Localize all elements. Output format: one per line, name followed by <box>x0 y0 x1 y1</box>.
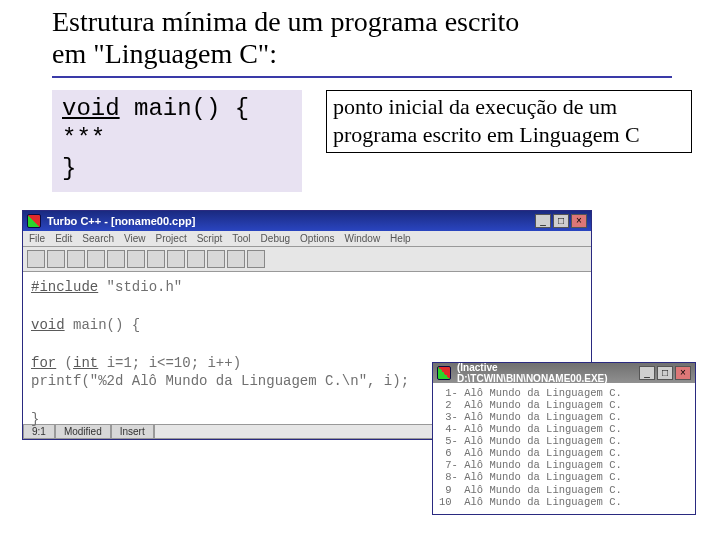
minimize-button[interactable]: _ <box>535 214 551 228</box>
menu-item[interactable]: Tool <box>232 233 250 244</box>
toolbar-button[interactable] <box>247 250 265 268</box>
toolbar-button[interactable] <box>167 250 185 268</box>
annotation-callout: ponto inicial da execução de um programa… <box>326 90 692 153</box>
console-output: 1- Alô Mundo da Linguagem C. 2 Alô Mundo… <box>433 383 695 514</box>
menu-item[interactable]: Project <box>156 233 187 244</box>
maximize-button[interactable]: □ <box>553 214 569 228</box>
toolbar-button[interactable] <box>67 250 85 268</box>
editor-line: for <box>31 355 56 371</box>
toolbar-button[interactable] <box>87 250 105 268</box>
slide-title: Estrutura mínima de um programa escrito … <box>52 6 720 70</box>
menu-item[interactable]: Edit <box>55 233 72 244</box>
title-line-2: em "Linguagem C": <box>52 38 277 69</box>
keyword-void: void <box>62 95 120 122</box>
menu-item[interactable]: Debug <box>261 233 290 244</box>
toolbar-button[interactable] <box>27 250 45 268</box>
code-line-2: *** <box>62 124 292 154</box>
callout-line-1: ponto inicial da execução de um <box>333 94 617 119</box>
code-line-3: } <box>62 154 292 184</box>
close-button[interactable]: × <box>675 366 691 380</box>
editor-line: #include <box>31 279 98 295</box>
ide-toolbar <box>23 247 591 272</box>
toolbar-button[interactable] <box>207 250 225 268</box>
menu-item[interactable]: Options <box>300 233 334 244</box>
menu-item[interactable]: Window <box>345 233 381 244</box>
toolbar-button[interactable] <box>127 250 145 268</box>
ide-title-text: Turbo C++ - [noname00.cpp] <box>47 215 529 227</box>
minimize-button[interactable]: _ <box>639 366 655 380</box>
menu-item[interactable]: Search <box>82 233 114 244</box>
menu-item[interactable]: File <box>29 233 45 244</box>
menu-item[interactable]: Help <box>390 233 411 244</box>
code-line-1: void main() { <box>62 94 292 124</box>
close-button[interactable]: × <box>571 214 587 228</box>
ide-titlebar: Turbo C++ - [noname00.cpp] _ □ × <box>23 211 591 231</box>
ide-menubar: File Edit Search View Project Script Too… <box>23 231 591 247</box>
console-titlebar: (Inactive D:\TCWIN\BIN\NONAME00.EXE) _ □… <box>433 363 695 383</box>
toolbar-button[interactable] <box>147 250 165 268</box>
maximize-button[interactable]: □ <box>657 366 673 380</box>
editor-line: void <box>31 317 65 333</box>
menu-item[interactable]: View <box>124 233 146 244</box>
toolbar-button[interactable] <box>107 250 125 268</box>
menu-item[interactable]: Script <box>197 233 223 244</box>
toolbar-button[interactable] <box>47 250 65 268</box>
app-icon <box>437 366 451 380</box>
console-title-text: (Inactive D:\TCWIN\BIN\NONAME00.EXE) <box>457 362 633 384</box>
callout-line-2: programa escrito em Linguagem C <box>333 122 640 147</box>
console-window: (Inactive D:\TCWIN\BIN\NONAME00.EXE) _ □… <box>432 362 696 515</box>
app-icon <box>27 214 41 228</box>
toolbar-button[interactable] <box>187 250 205 268</box>
code-snippet-box: void main() { *** } <box>52 90 302 192</box>
toolbar-button[interactable] <box>227 250 245 268</box>
title-line-1: Estrutura mínima de um programa escrito <box>52 6 519 37</box>
